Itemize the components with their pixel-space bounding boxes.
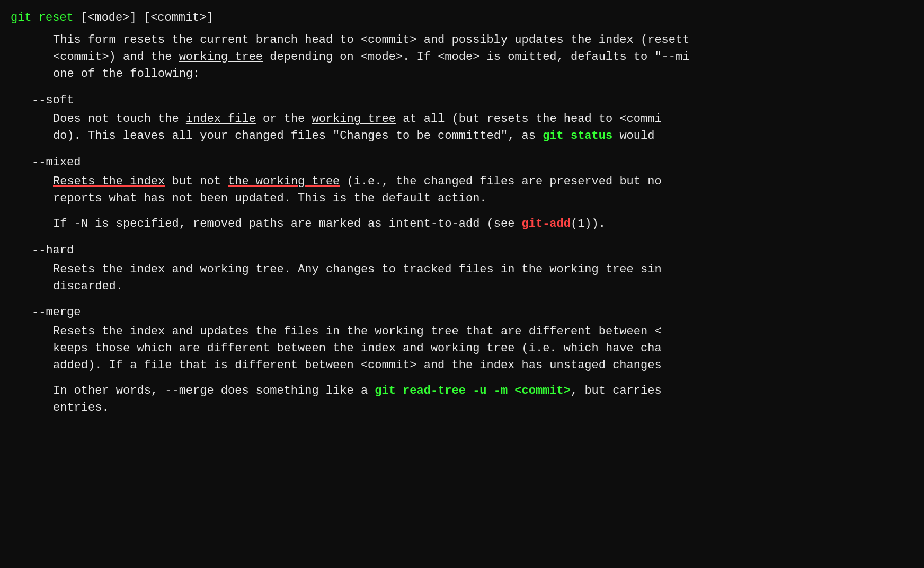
- index-file-link: index file: [186, 112, 256, 126]
- working-tree-link-soft: working tree: [312, 112, 396, 126]
- soft-line1: Does not touch the index file or the wor…: [53, 111, 913, 128]
- intro-line3: one of the following:: [53, 66, 913, 83]
- mixed-section: --mixed Resets the index but not the wor…: [11, 154, 913, 233]
- hard-flag-text: --hard: [32, 244, 74, 257]
- mixed-flag-text: --mixed: [32, 156, 81, 169]
- merge-line2: keeps those which are different between …: [53, 340, 913, 357]
- soft-flag-text: --soft: [32, 94, 74, 107]
- hard-line2: discarded.: [53, 278, 913, 295]
- merge-line5: entries.: [53, 400, 913, 416]
- git-read-tree-ref: git read-tree -u -m <commit>: [375, 384, 571, 397]
- git-status-ref: git status: [543, 129, 612, 143]
- merge-flag: --merge: [32, 304, 913, 321]
- intro-block: This form resets the current branch head…: [11, 32, 913, 83]
- intro-line1: This form resets the current branch head…: [53, 32, 913, 49]
- mixed-line2: reports what has not been updated. This …: [53, 190, 913, 207]
- mixed-spacer: [11, 207, 913, 216]
- resets-index-link: Resets the index: [53, 175, 165, 188]
- working-tree-underline-intro: working tree: [179, 50, 263, 64]
- soft-flag: --soft: [32, 92, 913, 109]
- terminal-content: git reset [<mode>] [<commit>] This form …: [11, 10, 913, 416]
- mixed-flag: --mixed: [32, 154, 913, 171]
- soft-section: --soft Does not touch the index file or …: [11, 92, 913, 145]
- intro-line2: <commit>) and the working tree depending…: [53, 49, 913, 66]
- mixed-line1: Resets the index but not the working tre…: [53, 173, 913, 190]
- merge-line4: In other words, --merge does something l…: [53, 383, 913, 400]
- reset-keyword: reset: [39, 11, 74, 24]
- hard-section: --hard Resets the index and working tree…: [11, 242, 913, 295]
- working-tree-link-mixed: the working tree: [228, 175, 340, 188]
- merge-section: --merge Resets the index and updates the…: [11, 304, 913, 416]
- mixed-line3: If -N is specified, removed paths are ma…: [53, 216, 913, 233]
- space1: [32, 11, 39, 24]
- intro-text1: This form resets the current branch head…: [53, 33, 689, 47]
- merge-spacer: [11, 374, 913, 383]
- git-keyword: git: [11, 11, 32, 24]
- command-line: git reset [<mode>] [<commit>]: [11, 10, 913, 26]
- merge-line1: Resets the index and updates the files i…: [53, 323, 913, 340]
- merge-line3: added). If a file that is different betw…: [53, 357, 913, 374]
- hard-flag: --hard: [32, 242, 913, 259]
- hard-line1: Resets the index and working tree. Any c…: [53, 261, 913, 278]
- command-args: [<mode>] [<commit>]: [74, 11, 214, 24]
- merge-flag-text: --merge: [32, 306, 81, 319]
- soft-line2: do). This leaves all your changed files …: [53, 128, 913, 145]
- git-add-ref: git-add: [522, 217, 571, 230]
